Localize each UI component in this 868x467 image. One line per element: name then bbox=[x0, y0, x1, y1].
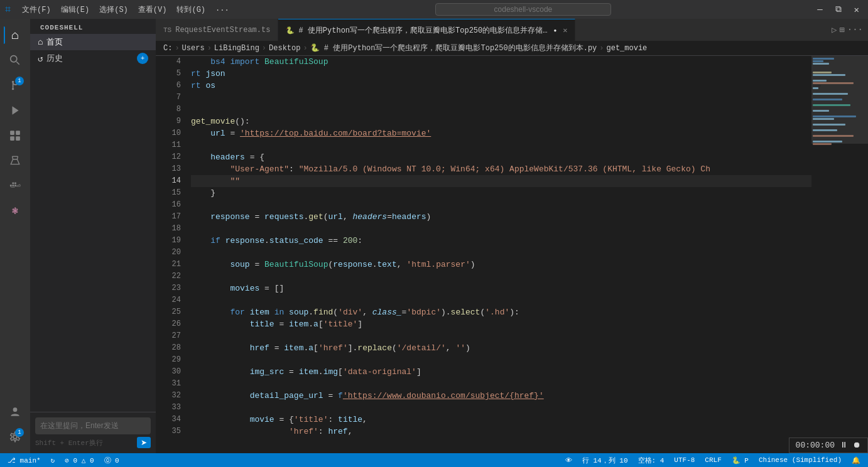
svg-line-1 bbox=[16, 62, 19, 65]
activity-codeshell[interactable]: ❃ bbox=[4, 200, 26, 222]
bc-file[interactable]: 🐍 # 使用Python写一个爬虫程序，爬取豆瓣电影Top250的电影信息并存储… bbox=[310, 43, 597, 53]
bc-c[interactable]: C: bbox=[163, 44, 172, 53]
code-line-27 bbox=[191, 330, 811, 342]
code-line-4: bs4 import BeautifulSoup bbox=[191, 56, 811, 68]
status-errors[interactable]: ⊘ 0 △ 0 bbox=[62, 456, 96, 464]
ln-18: 18 bbox=[156, 223, 181, 235]
status-spaces[interactable]: 空格: 4 bbox=[636, 456, 667, 465]
menu-view[interactable]: 查看(V) bbox=[134, 3, 171, 16]
activity-docker[interactable] bbox=[4, 174, 26, 197]
tab-ts-name: RequestEventStream.ts bbox=[175, 26, 270, 35]
code-line-10: url = 'https://top.baidu.com/board?tab=m… bbox=[191, 127, 811, 139]
ln-8: 8 bbox=[156, 104, 181, 115]
ln-28: 28 bbox=[156, 342, 181, 354]
ln-26: 26 bbox=[156, 318, 181, 330]
status-lang[interactable]: 🐍 P bbox=[729, 456, 751, 464]
code-line-11 bbox=[191, 139, 811, 151]
tab-py-close[interactable]: ✕ bbox=[563, 26, 567, 35]
tab-ts-lang: TS bbox=[163, 26, 171, 34]
svg-point-2 bbox=[12, 81, 14, 83]
code-line-12: headers = { bbox=[191, 151, 811, 163]
status-encoding[interactable]: UTF-8 bbox=[671, 456, 697, 464]
activity-account[interactable] bbox=[4, 400, 26, 423]
ln-34: 34 bbox=[156, 414, 181, 426]
code-line-33 bbox=[191, 402, 811, 414]
close-button[interactable]: ✕ bbox=[850, 3, 863, 16]
ln-16: 16 bbox=[156, 199, 181, 211]
code-line-7 bbox=[191, 92, 811, 104]
settings-badge: 1 bbox=[15, 428, 24, 437]
timer-record-button[interactable]: ⏺ bbox=[853, 441, 861, 450]
code-line-18 bbox=[191, 223, 811, 235]
sidebar-nav: ⌂ 首页 ↺ 历史 + bbox=[30, 34, 156, 67]
svg-rect-16 bbox=[14, 185, 16, 186]
tab-split-button[interactable]: ▷ bbox=[832, 24, 837, 35]
tab-py-modified: ● bbox=[553, 28, 556, 33]
ln-30: 30 bbox=[156, 366, 181, 378]
chat-send-button[interactable]: ➤ bbox=[137, 437, 151, 448]
chat-input[interactable] bbox=[40, 421, 146, 430]
menu-edit[interactable]: 编辑(E) bbox=[57, 3, 94, 16]
activity-settings[interactable]: 1 bbox=[4, 426, 26, 448]
code-line-21: soup = BeautifulSoup(response.text, 'htm… bbox=[191, 259, 811, 271]
tab-more-button[interactable]: ··· bbox=[847, 24, 863, 35]
search-input[interactable] bbox=[435, 3, 611, 16]
activity-extensions[interactable] bbox=[4, 124, 26, 147]
activity-bottom: 1 bbox=[4, 400, 26, 448]
status-eol[interactable]: CRLF bbox=[702, 456, 724, 464]
code-line-28: href = item.a['href'].replace('/detail/'… bbox=[191, 342, 811, 354]
bc-desktop[interactable]: Desktop bbox=[269, 44, 300, 53]
activity-search[interactable] bbox=[4, 49, 26, 72]
svg-point-0 bbox=[11, 56, 17, 62]
activity-test[interactable] bbox=[4, 149, 26, 172]
status-branch[interactable]: ⎇ main* bbox=[5, 456, 43, 464]
status-line-col[interactable]: 行 14，列 10 bbox=[580, 456, 631, 465]
activity-home[interactable]: ⌂ bbox=[4, 24, 26, 46]
bc-users[interactable]: Users bbox=[182, 44, 205, 53]
code-content[interactable]: bs4 import BeautifulSoup rt json rt os g… bbox=[186, 56, 811, 453]
line-numbers: 4 5 6 7 8 9 10 11 12 13 14 15 16 17 18 1… bbox=[156, 56, 186, 453]
menu-more[interactable]: ... bbox=[212, 3, 233, 16]
activity-git[interactable]: 1 bbox=[4, 74, 26, 97]
code-line-5: rt json bbox=[191, 68, 811, 80]
bc-symbol[interactable]: get_movie bbox=[607, 44, 648, 53]
new-chat-button[interactable]: + bbox=[137, 53, 148, 64]
code-line-16 bbox=[191, 199, 811, 211]
code-line-30: img_src = item.img['data-original'] bbox=[191, 366, 811, 378]
sidebar-item-home[interactable]: ⌂ 首页 bbox=[30, 34, 156, 50]
svg-marker-6 bbox=[13, 106, 19, 115]
tab-py-name: # 使用Python写一个爬虫程序，爬取豆瓣电影Top250的电影信息并存储到本… bbox=[298, 25, 550, 36]
bc-user[interactable]: LiBingBing bbox=[214, 44, 259, 53]
tab-layout-button[interactable]: ⊞ bbox=[839, 24, 844, 35]
ln-29: 29 bbox=[156, 354, 181, 366]
code-line-8 bbox=[191, 104, 811, 115]
status-info[interactable]: ⓪ 0 bbox=[102, 456, 122, 465]
activity-debug[interactable] bbox=[4, 99, 26, 122]
sidebar-item-history[interactable]: ↺ 历史 + bbox=[30, 50, 156, 67]
timer-pause-button[interactable]: ⏸ bbox=[840, 441, 848, 450]
code-line-32: detail_page_url = f'https://www.doubanio… bbox=[191, 390, 811, 402]
timer-display: 00:00:00 bbox=[796, 441, 835, 450]
ln-35: 35 bbox=[156, 426, 181, 437]
ln-13: 13 bbox=[156, 163, 181, 175]
status-visibility[interactable]: 👁 bbox=[563, 456, 575, 464]
status-sync[interactable]: ↻ bbox=[48, 456, 58, 464]
menu-goto[interactable]: 转到(G) bbox=[173, 3, 209, 16]
ln-22: 22 bbox=[156, 271, 181, 282]
ln-6: 6 bbox=[156, 80, 181, 92]
minimize-button[interactable]: — bbox=[813, 3, 826, 16]
status-bell[interactable]: 🔔 bbox=[849, 456, 863, 464]
tab-ts[interactable]: TS RequestEventStream.ts bbox=[156, 19, 278, 41]
code-editor[interactable]: 4 5 6 7 8 9 10 11 12 13 14 15 16 17 18 1… bbox=[156, 56, 868, 453]
ln-21: 21 bbox=[156, 259, 181, 271]
restore-button[interactable]: ⧉ bbox=[832, 3, 845, 16]
menu-file[interactable]: 文件(F) bbox=[18, 3, 55, 16]
window-controls: — ⧉ ✕ bbox=[813, 3, 863, 16]
code-line-35: 'href': href, bbox=[191, 426, 811, 437]
app-icon: ⌗ bbox=[5, 4, 11, 16]
status-left: ⎇ main* ↻ ⊘ 0 △ 0 ⓪ 0 bbox=[5, 456, 122, 465]
tab-py[interactable]: 🐍 # 使用Python写一个爬虫程序，爬取豆瓣电影Top250的电影信息并存储… bbox=[278, 19, 575, 41]
menu-select[interactable]: 选择(S) bbox=[95, 3, 132, 16]
tab-controls: ▷ ⊞ ··· bbox=[827, 24, 868, 35]
status-chinese[interactable]: Chinese (Simplified) bbox=[756, 456, 844, 464]
